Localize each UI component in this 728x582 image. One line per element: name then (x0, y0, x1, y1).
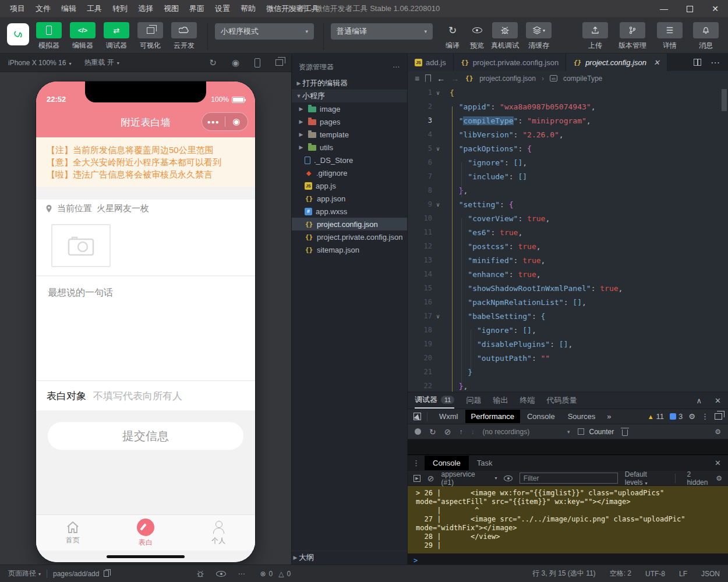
clear-cache-button[interactable]: ▾ 清缓存 (526, 22, 552, 51)
tree-item-._DS_Store[interactable]: ._DS_Store (292, 154, 407, 166)
cloud-dev-toggle[interactable]: 云开发 (170, 22, 198, 51)
sidebar-toggle-icon[interactable]: ▶ (414, 475, 420, 482)
bug-icon[interactable] (196, 570, 204, 578)
trash-icon[interactable] (622, 430, 628, 436)
close-tab-icon[interactable]: ✕ (653, 58, 660, 67)
explorer-more-icon[interactable]: ⋯ (393, 63, 400, 71)
tree-item-.gitignore[interactable]: ◆.gitignore (292, 166, 407, 179)
code-line-10[interactable]: 10 "coverView": true, (408, 211, 728, 225)
encoding[interactable]: UTF-8 (645, 570, 665, 578)
tab-confess[interactable]: 表白 (109, 515, 182, 551)
close-button[interactable]: ✕ (702, 0, 728, 17)
language-mode[interactable]: JSON (701, 570, 720, 578)
details-button[interactable]: ☰ 详情 (657, 22, 683, 51)
upload-image-button[interactable] (51, 224, 111, 267)
menu-视图[interactable]: 视图 (158, 0, 184, 17)
levels-dropdown[interactable]: Default levels▾ (625, 470, 663, 487)
inspect-element-icon[interactable] (414, 413, 421, 420)
code-line-18[interactable]: 18 "ignore": [], (408, 323, 728, 337)
location-row[interactable]: 当前位置 火星网友一枚 (36, 200, 255, 217)
miniprogram-avatar[interactable] (7, 23, 29, 45)
messages-button[interactable]: 消息 (693, 22, 719, 51)
outline-list-icon[interactable]: ≡ (415, 74, 419, 83)
code-line-11[interactable]: 11 "es6": true, (408, 225, 728, 239)
menu-转到[interactable]: 转到 (107, 0, 133, 17)
recordings-dropdown[interactable]: (no recordings) ▾ (482, 428, 570, 436)
tree-item-app.js[interactable]: JSapp.js (292, 179, 407, 192)
collapse-panel-icon[interactable]: ∧ (697, 396, 702, 405)
editor-scrollbar[interactable] (722, 89, 727, 111)
maximize-button[interactable] (677, 0, 702, 17)
console-menu-icon[interactable]: ⋮ (408, 459, 425, 467)
code-line-3[interactable]: 3 "compileType": "miniprogram", (408, 113, 728, 127)
record-button[interactable] (415, 428, 421, 435)
debugger-tab-问题[interactable]: 问题 (466, 392, 481, 409)
menu-项目[interactable]: 项目 (5, 0, 30, 17)
warning-triangle-icon[interactable]: ▲ (648, 413, 654, 420)
more-menu-button[interactable]: ●●● (202, 119, 225, 125)
fold-icon[interactable]: ∨ (432, 313, 444, 320)
eol-setting[interactable]: LF (679, 570, 687, 578)
console-warning-block[interactable]: > 26 | <image wx:for="{{imglist}}" class… (408, 486, 728, 553)
eye-icon[interactable] (216, 571, 226, 577)
code-line-15[interactable]: 15 "showShadowRootInWxmlPanel": true, (408, 281, 728, 295)
version-control-button[interactable]: 版本管理 (619, 22, 646, 51)
debugger-toggle[interactable]: ⇄ 调试器 (103, 22, 130, 51)
issues-icon[interactable] (670, 413, 676, 420)
code-line-14[interactable]: 14 "enhance": true, (408, 267, 728, 281)
tree-item-utils[interactable]: ▶utils (292, 141, 407, 154)
fold-icon[interactable]: ∨ (432, 146, 444, 152)
compile-mode-dropdown[interactable]: 普通编译▾ (331, 23, 433, 40)
load-profile-icon[interactable]: ↑ (459, 428, 462, 436)
console-tab-Console[interactable]: Console (425, 456, 469, 470)
outline-section[interactable]: ▶ 大纲 (292, 551, 407, 563)
back-arrow-icon[interactable]: ← (437, 74, 445, 83)
message-textarea[interactable]: 最想说的一句话 (36, 276, 255, 380)
simulator-toggle[interactable]: 模拟器 (35, 22, 63, 51)
hot-reload-toggle[interactable]: 热重载 开▾ (84, 58, 119, 68)
visualization-toggle[interactable]: 可视化 (136, 22, 164, 51)
tree-item-app.json[interactable]: {}app.json (292, 192, 407, 205)
code-line-7[interactable]: 7 "include": [] (408, 169, 728, 183)
project-root-section[interactable]: ▼ 小程序 (292, 90, 407, 102)
editor-tab-project.config.json[interactable]: {}project.config.json✕ (566, 54, 667, 71)
mode-dropdown[interactable]: 小程序模式▾ (215, 23, 314, 40)
rotate-device-icon[interactable] (255, 58, 260, 68)
filter-input[interactable] (520, 473, 618, 484)
code-line-13[interactable]: 13 "minified": true, (408, 253, 728, 267)
popout-icon[interactable] (715, 413, 722, 420)
fold-icon[interactable]: ∨ (432, 201, 444, 208)
tree-item-template[interactable]: ▶template (292, 128, 407, 141)
close-panel-icon[interactable]: ✕ (715, 396, 721, 405)
tab-profile[interactable]: 个人 (182, 515, 255, 551)
copy-path-icon[interactable] (104, 570, 109, 577)
problems-summary[interactable]: ⊗0 △0 (260, 570, 291, 578)
code-line-2[interactable]: 2 "appid": "wxa8a0987b05074943", (408, 100, 728, 113)
devtools-menu-icon[interactable]: ⋮ (701, 412, 709, 421)
code-line-17[interactable]: 17∨ "babelSetting": { (408, 309, 728, 323)
detach-window-icon[interactable] (275, 59, 283, 66)
console-settings-icon[interactable]: ⚙ (716, 474, 722, 482)
reload-profile-icon[interactable]: ↻ (429, 427, 436, 436)
debugger-tab-输出[interactable]: 输出 (493, 392, 508, 409)
device-debug-button[interactable]: 真机调试 (491, 22, 519, 51)
menu-编辑[interactable]: 编辑 (56, 0, 82, 17)
devtools-tab-Sources[interactable]: Sources (562, 410, 602, 423)
devtools-settings-icon[interactable]: ⚙ (688, 412, 695, 421)
tree-item-app.wxss[interactable]: #app.wxss (292, 205, 407, 218)
cursor-position[interactable]: 行 3, 列 15 (选中 11) (532, 569, 595, 579)
debugger-tab-调试器[interactable]: 调试器11 (415, 392, 454, 409)
code-line-19[interactable]: 19 "disablePlugins": [], (408, 337, 728, 351)
console-tab-Task[interactable]: Task (469, 456, 501, 470)
devtools-tab-Console[interactable]: Console (521, 410, 561, 423)
code-line-12[interactable]: 12 "postcss": true, (408, 239, 728, 253)
breadcrumb-member[interactable]: compileType (563, 74, 602, 83)
upload-button[interactable]: 上传 (582, 22, 608, 51)
forward-arrow-icon[interactable]: → (451, 74, 459, 83)
editor-tab-project.private.config.json[interactable]: {}project.private.config.json (454, 54, 566, 71)
bookmark-icon[interactable] (425, 74, 431, 82)
console-close-icon[interactable]: ✕ (708, 459, 728, 467)
page-path-dropdown[interactable]: 页面路径▾ (8, 569, 41, 579)
fold-icon[interactable]: ∨ (432, 90, 444, 96)
code-line-5[interactable]: 5∨ "packOptions": { (408, 141, 728, 155)
